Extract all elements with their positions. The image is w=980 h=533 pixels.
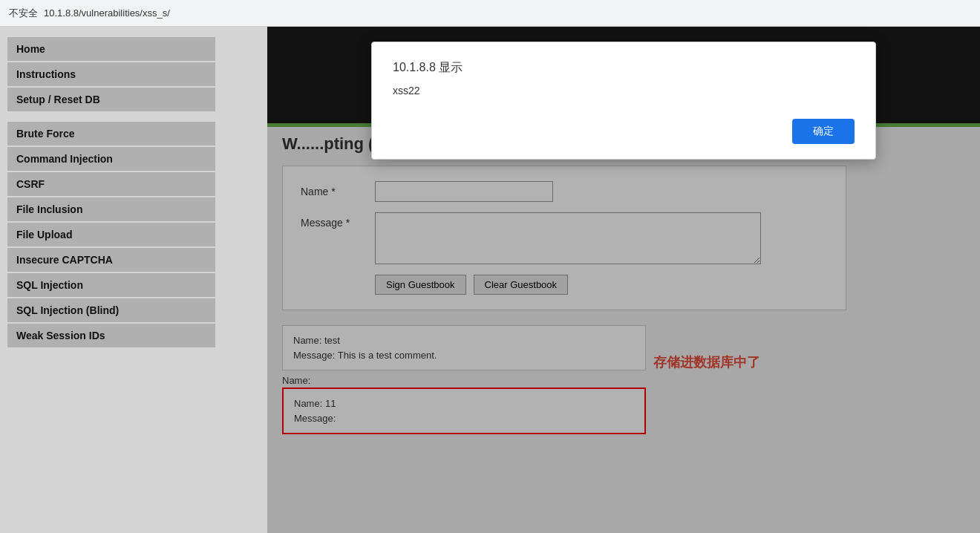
dialog-message: xss22 [393,85,855,97]
sidebar-item-weak-session-ids[interactable]: Weak Session IDs [7,324,215,347]
sidebar-item-instructions[interactable]: Instructions [7,62,215,86]
dialog-overlay: 10.1.8.8 显示 xss22 确定 [267,27,980,533]
dialog-ok-button[interactable]: 确定 [792,119,855,144]
sidebar-item-setup-reset-db[interactable]: Setup / Reset DB [7,88,215,111]
sidebar-item-home[interactable]: Home [7,37,215,61]
sidebar-item-csrf[interactable]: CSRF [7,172,215,196]
sidebar-item-file-inclusion[interactable]: File Inclusion [7,197,215,221]
browser-bar: 不安全 10.1.8.8/vulnerabilities/xss_s/ [0,0,980,27]
url-bar[interactable]: 10.1.8.8/vulnerabilities/xss_s/ [44,7,170,19]
sidebar-divider [0,113,267,120]
page-wrapper: HomeInstructionsSetup / Reset DBBrute Fo… [0,27,980,533]
sidebar-item-insecure-captcha[interactable]: Insecure CAPTCHA [7,248,215,272]
sidebar-item-sql-injection[interactable]: SQL Injection [7,273,215,297]
dialog-box: 10.1.8.8 显示 xss22 确定 [371,42,876,160]
sidebar-item-brute-force[interactable]: Brute Force [7,122,215,145]
sidebar-item-file-upload[interactable]: File Upload [7,223,215,246]
security-label: 不安全 [9,7,38,20]
main-content: W......pting (XSS Name * Message * Sign … [267,27,980,533]
sidebar: HomeInstructionsSetup / Reset DBBrute Fo… [0,27,267,533]
sidebar-item-sql-injection-blind[interactable]: SQL Injection (Blind) [7,298,215,322]
dialog-footer: 确定 [393,119,855,144]
sidebar-item-command-injection[interactable]: Command Injection [7,147,215,171]
dialog-title: 10.1.8.8 显示 [393,60,855,76]
